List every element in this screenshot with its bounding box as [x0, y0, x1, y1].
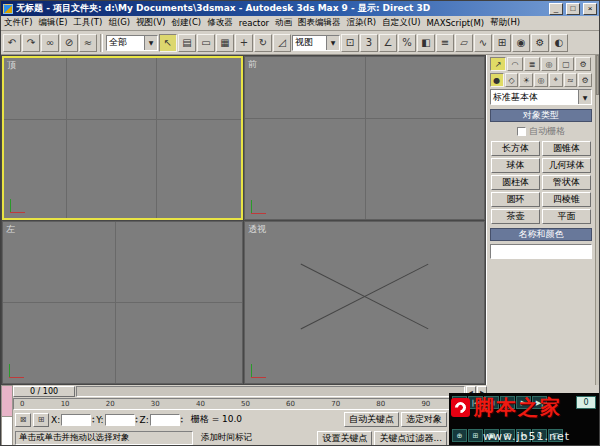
- menu-item[interactable]: 文件(F): [1, 17, 36, 29]
- z-spinner[interactable]: ▴▾: [181, 416, 183, 424]
- object-type-button[interactable]: 四棱锥: [542, 192, 591, 207]
- menu-item[interactable]: 图表编辑器: [295, 17, 344, 29]
- autogrid-checkbox[interactable]: [517, 127, 526, 136]
- reference-coordsys-dropdown[interactable]: 视图 ▼: [292, 35, 340, 51]
- z-coordinate-field[interactable]: [150, 414, 180, 426]
- category-shapes[interactable]: ◇: [505, 73, 519, 87]
- track-bar[interactable]: 0102030405060708090100: [13, 398, 487, 410]
- macro-recorder-pane[interactable]: [1, 385, 13, 417]
- rectangular-selection-region-icon[interactable]: ▭: [197, 34, 215, 52]
- object-type-button[interactable]: 平面: [542, 209, 591, 224]
- dropdown-arrow-icon[interactable]: ▼: [326, 36, 339, 50]
- object-type-button[interactable]: 茶壶: [491, 209, 540, 224]
- curve-editor-icon[interactable]: ∿: [474, 34, 492, 52]
- menu-item[interactable]: 渲染(R): [344, 17, 380, 29]
- maximize-viewport-toggle[interactable]: ◰: [548, 429, 563, 442]
- tab-create[interactable]: ↗: [490, 57, 506, 71]
- viewport-perspective[interactable]: 透视: [244, 221, 485, 385]
- use-pivot-center-icon[interactable]: ⊡: [341, 34, 359, 52]
- viewport-label[interactable]: 左: [6, 223, 15, 236]
- mirror-icon[interactable]: ◧: [417, 34, 435, 52]
- go-to-end-button[interactable]: ▶|: [532, 396, 547, 409]
- panel-scrollbar[interactable]: [595, 55, 599, 385]
- percent-snap-icon[interactable]: %: [398, 34, 416, 52]
- viewport-front[interactable]: 前: [244, 56, 485, 220]
- menu-item[interactable]: 创建(C): [169, 17, 205, 29]
- pan-button[interactable]: ↔: [516, 429, 531, 442]
- select-and-link-icon[interactable]: ∞: [41, 34, 59, 52]
- play-button[interactable]: ▶: [500, 396, 515, 409]
- category-helpers[interactable]: ⌖: [549, 73, 563, 87]
- tab-display[interactable]: ▢: [558, 57, 574, 71]
- menu-item[interactable]: 编辑(E): [36, 17, 71, 29]
- viewport-label[interactable]: 前: [248, 58, 257, 71]
- window-crossing-icon[interactable]: ▦: [216, 34, 234, 52]
- zoom-button[interactable]: ⊕: [452, 429, 467, 442]
- quick-render-icon[interactable]: ◐: [550, 34, 568, 52]
- menu-item[interactable]: 组(G): [105, 17, 133, 29]
- select-object-icon[interactable]: ↖: [159, 34, 177, 52]
- selection-set-dropdown[interactable]: 选定对象: [401, 412, 447, 427]
- key-filters-button[interactable]: 关键点过滤器...: [374, 431, 447, 446]
- go-to-start-button[interactable]: |◀: [468, 396, 483, 409]
- key-mode-toggle-button[interactable]: ◆: [452, 396, 467, 409]
- y-coordinate-field[interactable]: [105, 414, 135, 426]
- viewport-label[interactable]: 透视: [248, 223, 266, 236]
- menu-item[interactable]: MAXScript(M): [424, 18, 488, 28]
- schematic-view-icon[interactable]: ⊞: [493, 34, 511, 52]
- previous-frame-button[interactable]: ◀: [484, 396, 499, 409]
- app-icon[interactable]: [3, 4, 13, 14]
- object-type-button[interactable]: 长方体: [491, 141, 540, 156]
- object-type-button[interactable]: 球体: [491, 158, 540, 173]
- category-space-warps[interactable]: ≈: [564, 73, 578, 87]
- maximize-button[interactable]: □: [566, 3, 580, 15]
- next-frame-button[interactable]: ▶: [516, 396, 531, 409]
- layer-manager-icon[interactable]: ▱: [455, 34, 473, 52]
- snap-toggle-icon[interactable]: 3: [360, 34, 378, 52]
- menu-item[interactable]: reactor: [236, 18, 272, 28]
- add-time-tag[interactable]: 添加时间标记: [201, 432, 252, 444]
- selection-filter-dropdown[interactable]: 全部 ▼: [106, 35, 158, 51]
- render-setup-icon[interactable]: ⚙: [531, 34, 549, 52]
- tab-hierarchy[interactable]: ≣: [524, 57, 540, 71]
- category-cameras[interactable]: ◎: [534, 73, 548, 87]
- set-key-button[interactable]: 设置关键点: [317, 431, 372, 446]
- zoom-all-button[interactable]: ⊞: [468, 429, 483, 442]
- zoom-extents-button[interactable]: ▣: [484, 429, 499, 442]
- tab-motion[interactable]: ◎: [541, 57, 557, 71]
- dropdown-arrow-icon[interactable]: ▼: [144, 36, 157, 50]
- viewport-top[interactable]: 顶: [2, 56, 243, 220]
- y-spinner[interactable]: ▴▾: [136, 416, 138, 424]
- bind-to-space-warp-icon[interactable]: ≈: [79, 34, 97, 52]
- absolute-mode-toggle[interactable]: ⊞: [33, 413, 49, 427]
- material-editor-icon[interactable]: ◉: [512, 34, 530, 52]
- angle-snap-icon[interactable]: ∠: [379, 34, 397, 52]
- object-category-dropdown[interactable]: 标准基本体 ▼: [490, 89, 592, 105]
- rollout-name-color[interactable]: 名称和颜色: [490, 228, 592, 241]
- listener-pane[interactable]: [1, 417, 13, 446]
- current-frame-field[interactable]: 0: [576, 396, 596, 409]
- time-slider-track[interactable]: [76, 386, 465, 397]
- tab-utilities[interactable]: ⚙: [575, 57, 591, 71]
- object-type-button[interactable]: 管状体: [542, 175, 591, 190]
- time-slider[interactable]: 0 / 100: [13, 386, 75, 397]
- object-name-field[interactable]: [490, 244, 592, 259]
- close-button[interactable]: ×: [583, 3, 597, 15]
- autogrid-checkbox-row[interactable]: 自动栅格: [490, 125, 592, 138]
- zoom-extents-all-button[interactable]: ◱: [500, 429, 515, 442]
- menu-item[interactable]: 动画: [272, 17, 295, 29]
- align-icon[interactable]: ≡: [436, 34, 454, 52]
- arc-rotate-button[interactable]: ↺: [532, 429, 547, 442]
- maxscript-mini-listener[interactable]: [1, 385, 13, 446]
- minimize-button[interactable]: _: [549, 3, 563, 15]
- menu-item[interactable]: 视图(V): [133, 17, 168, 29]
- menu-item[interactable]: 修改器: [204, 17, 236, 29]
- select-and-rotate-icon[interactable]: ↻: [254, 34, 272, 52]
- category-systems[interactable]: ⚙: [578, 73, 592, 87]
- undo-icon[interactable]: ↶: [3, 34, 21, 52]
- viewport-label[interactable]: 顶: [7, 59, 16, 72]
- select-and-scale-icon[interactable]: ◿: [273, 34, 291, 52]
- rollout-object-type[interactable]: 对象类型: [490, 109, 592, 122]
- menu-item[interactable]: 帮助(H): [487, 17, 523, 29]
- viewport-left[interactable]: 左: [2, 221, 243, 385]
